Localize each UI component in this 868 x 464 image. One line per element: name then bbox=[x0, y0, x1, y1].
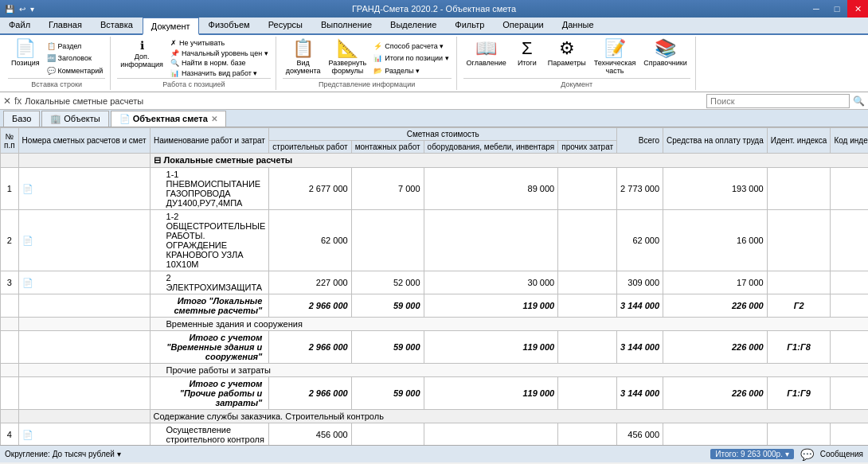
row-name: Итого "Локальные сметные расчеты" bbox=[150, 294, 269, 318]
tab-objects[interactable]: 🏢 Объекты bbox=[41, 111, 108, 127]
price-level-button[interactable]: 📌 Начальный уровень цен ▾ bbox=[168, 49, 271, 58]
params-button[interactable]: ⚙ Параметры bbox=[545, 38, 589, 68]
row-num bbox=[1, 331, 19, 364]
tab-document[interactable]: Документ bbox=[143, 18, 199, 35]
minimize-button[interactable]: ─ bbox=[806, 0, 827, 18]
row-smet bbox=[18, 331, 150, 364]
row-sredstva: 16 000 bbox=[663, 210, 768, 271]
search-input[interactable] bbox=[706, 94, 850, 108]
row-ident bbox=[767, 168, 831, 210]
row-stroit: 2 966 000 bbox=[269, 331, 351, 364]
work-position-buttons: ℹ Доп.информация ✗ Не учитывать 📌 Началь… bbox=[117, 38, 270, 78]
messages-icon[interactable]: 💬 bbox=[800, 448, 814, 461]
tab-base[interactable]: Базо bbox=[3, 111, 40, 127]
tab-physvol[interactable]: Физобъем bbox=[200, 16, 259, 33]
table-row: Прочие работы и затраты bbox=[1, 364, 869, 377]
header-num: №п.п bbox=[1, 128, 19, 154]
tab-resources[interactable]: Ресурсы bbox=[260, 16, 311, 33]
row-montazh: 59 000 bbox=[351, 331, 424, 364]
totals-position-button[interactable]: 📊 Итоги по позиции ▾ bbox=[371, 53, 451, 63]
close-button[interactable]: ✕ bbox=[847, 0, 868, 18]
row-num bbox=[1, 364, 19, 377]
quick-dropdown[interactable]: ▾ bbox=[29, 5, 36, 14]
row-smet: 📄 bbox=[18, 210, 150, 271]
row-sredstva: 17 000 bbox=[663, 271, 768, 294]
tab-file[interactable]: Файл bbox=[0, 16, 39, 33]
row-name: Прочие работы и затраты bbox=[150, 364, 868, 377]
fx-icon[interactable]: fx bbox=[14, 96, 22, 107]
sections-button[interactable]: 📂 Разделы ▾ bbox=[371, 66, 451, 76]
find-norm-button[interactable]: 🔍 Найти в норм. базе bbox=[168, 58, 271, 68]
close-tab-icon[interactable]: ✕ bbox=[211, 115, 217, 123]
tech-part-button[interactable]: 📝 Техническаячасть bbox=[591, 38, 639, 76]
find-icon: 🔍 bbox=[170, 59, 179, 67]
row-name: 1-2 ОБЩЕСТРОИТЕЛЬНЫЕ РАБОТЫ. ОГРАЖДЕНИЕ … bbox=[150, 210, 269, 271]
close-formula-icon[interactable]: ✕ bbox=[3, 96, 11, 107]
row-num: 4 bbox=[1, 423, 19, 446]
row-name: Содержание службы заказчика. Строительны… bbox=[150, 410, 868, 423]
quick-undo[interactable]: ↩ bbox=[18, 5, 27, 14]
estimate-icon: 📄 bbox=[119, 114, 131, 124]
references-button[interactable]: 📚 Справочники bbox=[640, 38, 690, 68]
tab-filter[interactable]: Фильтр bbox=[446, 16, 493, 33]
presentation-small-buttons: ⚡ Способ расчета ▾ 📊 Итоги по позиции ▾ … bbox=[371, 38, 451, 78]
header-smet-num: Номера сметных расчетов и смет bbox=[18, 128, 150, 154]
expand-icon[interactable]: ⊟ bbox=[154, 155, 161, 165]
expand-formula-button[interactable]: 📐 Развернутьформулы bbox=[326, 38, 370, 76]
tab-insert[interactable]: Вставка bbox=[92, 16, 142, 33]
search-button[interactable]: 🔍 bbox=[853, 96, 865, 107]
view-doc-button[interactable]: 📋 Виддокумента bbox=[283, 38, 324, 76]
row-stroit: 227 000 bbox=[269, 271, 351, 294]
document-buttons: 📖 Оглавление Σ Итоги ⚙ Параметры 📝 Техни… bbox=[463, 38, 690, 78]
quick-save[interactable]: 💾 bbox=[3, 5, 16, 14]
row-vsego: 309 000 bbox=[617, 271, 663, 294]
section-button[interactable]: 📋 Раздел bbox=[45, 41, 106, 51]
row-oborud bbox=[424, 423, 558, 446]
row-smet: 📄 bbox=[18, 168, 150, 210]
row-ident: Г1:Г9 bbox=[767, 377, 831, 410]
toc-icon: 📖 bbox=[475, 40, 497, 57]
total-label[interactable]: Итого: 9 263 000р. ▾ bbox=[710, 449, 793, 459]
extra-info-button[interactable]: ℹ Доп.информация bbox=[117, 38, 166, 70]
rounding-label[interactable]: Округление: До тысяч рублей ▾ bbox=[5, 450, 121, 458]
row-oborud: 89 000 bbox=[424, 168, 558, 210]
toc-button[interactable]: 📖 Оглавление bbox=[463, 38, 510, 68]
tab-operations[interactable]: Операции bbox=[494, 16, 552, 33]
quick-access-toolbar[interactable]: 💾 ↩ ▾ bbox=[3, 0, 36, 18]
row-smet bbox=[18, 410, 150, 423]
table-row: 2 📄 1-2 ОБЩЕСТРОИТЕЛЬНЫЕ РАБОТЫ. ОГРАЖДЕ… bbox=[1, 210, 869, 271]
maximize-button[interactable]: □ bbox=[827, 0, 847, 18]
row-num: 2 bbox=[1, 210, 19, 271]
row-montazh bbox=[351, 210, 424, 271]
row-name: Итого с учетом "Прочие работы и затраты" bbox=[150, 377, 269, 410]
window-controls[interactable]: ─ □ ✕ bbox=[806, 0, 868, 18]
tab-selection[interactable]: Выделение bbox=[381, 16, 445, 33]
tab-execution[interactable]: Выполнение bbox=[312, 16, 381, 33]
tab-data[interactable]: Данные bbox=[553, 16, 603, 33]
level-icon: 📌 bbox=[170, 49, 179, 57]
totals-button[interactable]: Σ Итоги bbox=[511, 38, 543, 68]
row-proch bbox=[558, 168, 617, 210]
sigma-icon: Σ bbox=[522, 40, 533, 57]
formula-icon: 📐 bbox=[337, 40, 358, 57]
tab-object-estimate[interactable]: 📄 Объектная смета ✕ bbox=[111, 111, 226, 127]
no-account-button[interactable]: ✗ Не учитывать bbox=[168, 38, 271, 48]
header-ident: Идент. индекса bbox=[767, 128, 831, 154]
main-table-container[interactable]: №п.п Номера сметных расчетов и смет Наим… bbox=[0, 127, 868, 445]
row-stroit: 2 966 000 bbox=[269, 294, 351, 318]
row-name: Временные здания и сооружения bbox=[150, 318, 868, 331]
row-oborud: 119 000 bbox=[424, 331, 558, 364]
row-name: Итого с учетом "Временные здания и соору… bbox=[150, 331, 269, 364]
assign-type-button[interactable]: 📊 Назначить вид работ ▾ bbox=[168, 68, 271, 78]
tab-main[interactable]: Главная bbox=[40, 16, 91, 33]
heading-button[interactable]: 🔤 Заголовок bbox=[45, 53, 106, 63]
row-name: 1-1 ПНЕВМОИСПЫТАНИЕ ГАЗОПРОВОДА ДУ1400,Р… bbox=[150, 168, 269, 210]
row-oborud: 119 000 bbox=[424, 377, 558, 410]
messages-label: Сообщения bbox=[820, 450, 863, 458]
calc-method-button[interactable]: ⚡ Способ расчета ▾ bbox=[371, 41, 451, 51]
section-icon: 📋 bbox=[47, 42, 56, 50]
position-button[interactable]: 📄 Позиция bbox=[8, 38, 43, 68]
comment-button[interactable]: 💬 Комментарий bbox=[45, 66, 106, 76]
row-vsego: 3 144 000 bbox=[617, 331, 663, 364]
view-icon: 📋 bbox=[292, 40, 314, 57]
